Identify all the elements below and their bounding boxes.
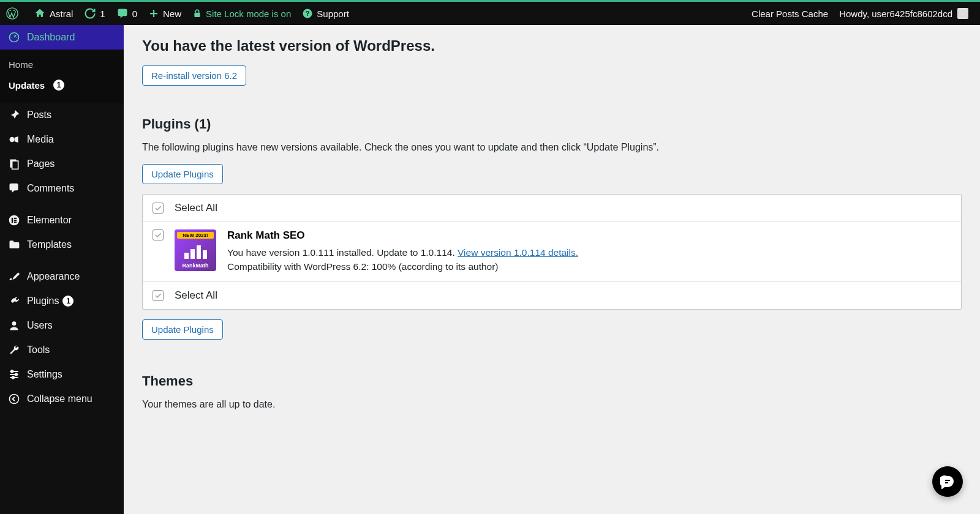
menu-dashboard[interactable]: Dashboard: [0, 25, 124, 50]
plugin-icon: NEW 2023! RankMath: [175, 229, 216, 271]
submenu-home[interactable]: Home: [0, 54, 124, 75]
menu-pages[interactable]: Pages: [0, 152, 124, 176]
lock-label: Site Lock mode is on: [206, 9, 291, 19]
pages-icon: [7, 158, 21, 170]
update-plugins-top[interactable]: Update Plugins: [142, 164, 223, 184]
new-label: New: [163, 9, 181, 19]
plugin-icon-brand: RankMath: [175, 263, 216, 269]
admin-sidebar: Dashboard Home Updates 1 Posts Media Pag…: [0, 25, 124, 514]
comments-count-label: 0: [132, 9, 137, 19]
select-all-label: Select All: [175, 289, 217, 302]
clear-cache[interactable]: Clear Posts Cache: [746, 2, 834, 25]
help-icon: ?: [302, 8, 313, 19]
svg-point-15: [15, 373, 17, 375]
main-content: You have the latest version of WordPress…: [124, 25, 980, 514]
media-icon: [7, 133, 21, 146]
plugins-table: Select All NEW 2023! RankMath Rank Math …: [142, 194, 962, 310]
select-all-top-row: Select All: [143, 195, 961, 222]
plugin-version-line: You have version 1.0.111 installed. Upda…: [227, 245, 578, 259]
updates-indicator[interactable]: 1: [78, 2, 110, 25]
svg-point-16: [12, 376, 14, 378]
chat-icon: [940, 474, 955, 489]
support[interactable]: ? Support: [296, 2, 355, 25]
menu-elementor[interactable]: Elementor: [0, 208, 124, 233]
svg-text:?: ?: [306, 10, 309, 17]
home-icon: [34, 7, 46, 20]
svg-rect-1: [194, 13, 200, 17]
plugin-row: NEW 2023! RankMath Rank Math SEO You hav…: [143, 222, 961, 282]
elementor-icon: [7, 214, 21, 226]
comments-indicator[interactable]: 0: [111, 2, 143, 25]
svg-point-13: [12, 321, 17, 326]
menu-settings[interactable]: Settings: [0, 362, 124, 387]
updates-badge: 1: [53, 80, 64, 91]
update-plugins-bottom[interactable]: Update Plugins: [142, 319, 223, 340]
svg-point-17: [10, 395, 19, 404]
avatar: [957, 8, 968, 19]
plugins-heading: Plugins (1): [142, 116, 962, 132]
plugin-icon-tag: NEW 2023!: [177, 232, 214, 239]
svg-rect-10: [14, 218, 17, 219]
pin-icon: [7, 109, 21, 121]
plugin-name: Rank Math SEO: [227, 229, 578, 242]
refresh-icon: [84, 7, 96, 20]
site-lock[interactable]: Site Lock mode is on: [187, 2, 296, 25]
menu-comments[interactable]: Comments: [0, 176, 124, 201]
select-all-bottom-row: Select All: [143, 282, 961, 309]
my-account[interactable]: Howdy, user6425fc8602dcd: [834, 2, 974, 25]
site-name-label: Astral: [50, 9, 73, 19]
svg-rect-7: [12, 161, 18, 169]
menu-tools[interactable]: Tools: [0, 338, 124, 362]
chat-fab[interactable]: [932, 466, 963, 497]
menu-templates[interactable]: Templates: [0, 233, 124, 257]
site-link[interactable]: Astral: [28, 2, 78, 25]
select-all-label: Select All: [175, 202, 217, 214]
plugin-info: Rank Math SEO You have version 1.0.111 i…: [227, 229, 578, 274]
plugins-badge: 1: [62, 296, 74, 307]
svg-point-5: [10, 137, 15, 142]
plus-icon: [148, 8, 159, 19]
plug-icon: [7, 295, 21, 307]
folder-icon: [7, 239, 21, 251]
plugins-desc: The following plugins have new versions …: [142, 142, 962, 153]
user-icon: [7, 319, 21, 332]
menu-posts[interactable]: Posts: [0, 103, 124, 127]
wp-logo[interactable]: [0, 2, 28, 25]
svg-rect-9: [12, 218, 13, 223]
plugin-compat-line: Compatibility with WordPress 6.2: 100% (…: [227, 259, 578, 274]
plugin-checkbox[interactable]: [153, 229, 164, 240]
select-all-top-checkbox[interactable]: [153, 203, 164, 214]
submenu-updates[interactable]: Updates 1: [0, 75, 124, 95]
menu-appearance[interactable]: Appearance: [0, 264, 124, 289]
menu-users[interactable]: Users: [0, 313, 124, 338]
brush-icon: [7, 270, 21, 283]
lock-icon: [192, 9, 202, 18]
sliders-icon: [7, 368, 21, 381]
themes-heading: Themes: [142, 373, 962, 389]
howdy-label: Howdy, user6425fc8602dcd: [839, 9, 952, 19]
admin-bar: Astral 1 0 New Site Lock mode is on ? Su…: [0, 0, 980, 25]
updates-count-label: 1: [100, 9, 105, 19]
svg-point-14: [11, 370, 13, 372]
collapse-menu[interactable]: Collapse menu: [0, 387, 124, 411]
submenu-dashboard: Home Updates 1: [0, 50, 124, 103]
view-details-link[interactable]: View version 1.0.114 details.: [458, 247, 578, 258]
themes-desc: Your themes are all up to date.: [142, 399, 962, 410]
page-heading: You have the latest version of WordPress…: [142, 37, 962, 54]
new-content[interactable]: New: [143, 2, 187, 25]
svg-rect-12: [14, 222, 17, 223]
dashboard-icon: [7, 31, 21, 43]
collapse-icon: [7, 393, 21, 405]
menu-media[interactable]: Media: [0, 127, 124, 152]
wordpress-icon: [6, 7, 19, 20]
comments-icon: [7, 182, 21, 195]
select-all-bottom-checkbox[interactable]: [153, 290, 164, 301]
support-label: Support: [317, 9, 349, 19]
reinstall-button[interactable]: Re-install version 6.2: [142, 65, 246, 86]
menu-plugins[interactable]: Plugins1: [0, 289, 124, 313]
comment-icon: [116, 7, 129, 20]
svg-rect-11: [14, 220, 17, 221]
wrench-icon: [7, 344, 21, 356]
